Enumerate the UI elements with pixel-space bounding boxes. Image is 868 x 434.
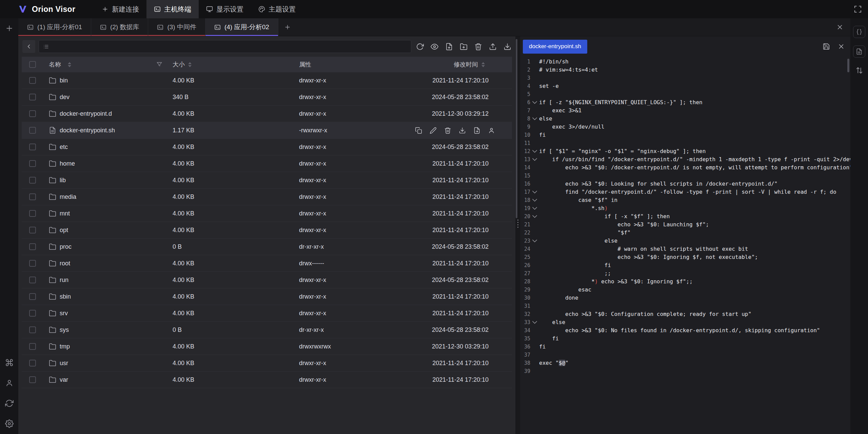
row-checkbox[interactable]: [29, 77, 36, 84]
row-checkbox[interactable]: [29, 376, 36, 383]
file-row-sbin[interactable]: sbin4.00 KBdrwxr-xr-x2021-11-24 17:20:10: [22, 288, 512, 305]
rail-settings-button[interactable]: [4, 418, 14, 429]
row-checkbox[interactable]: [29, 310, 36, 317]
file-row-root[interactable]: root4.00 KBdrwx------2021-11-24 17:20:10: [22, 255, 512, 272]
row-checkbox[interactable]: [29, 326, 36, 333]
fold-chevron-icon[interactable]: [530, 147, 539, 155]
refresh-button[interactable]: [416, 43, 424, 51]
row-checkbox[interactable]: [29, 210, 36, 217]
file-row-opt[interactable]: opt4.00 KBdrwxr-xr-x2021-11-24 17:20:10: [22, 222, 512, 239]
sort-mtime-icon[interactable]: [481, 62, 485, 67]
nav-item-host-terminal[interactable]: 主机终端: [146, 0, 199, 18]
rail-sync-button[interactable]: [4, 398, 14, 408]
file-row-var[interactable]: var4.00 KBdrwxr-xr-x2021-11-24 17:20:10: [22, 372, 512, 388]
file-row-home[interactable]: home4.00 KBdrwxr-xr-x2021-11-24 17:20:10: [22, 155, 512, 172]
rail-swap-panels-button[interactable]: [854, 65, 864, 75]
path-list-icon[interactable]: [43, 44, 49, 50]
panel-divider[interactable]: [515, 36, 520, 434]
file-row-docker-entrypoint.d[interactable]: docker-entrypoint.d4.00 KBdrwxr-xr-x2021…: [22, 106, 512, 122]
row-checkbox[interactable]: [29, 343, 36, 350]
file-row-docker-entrypoint.sh[interactable]: docker-entrypoint.sh1.17 KB-rwxrwxr-x: [22, 122, 512, 139]
toggle-hidden-button[interactable]: [431, 43, 438, 51]
fold-chevron-icon[interactable]: [530, 204, 539, 212]
row-checkbox[interactable]: [29, 277, 36, 283]
add-tab-button[interactable]: [278, 18, 297, 36]
editor-scrollbar[interactable]: [847, 59, 849, 72]
delete-button[interactable]: [474, 43, 482, 51]
file-row-media[interactable]: media4.00 KBdrwxr-xr-x2021-11-24 17:20:1…: [22, 189, 512, 205]
edit-icon[interactable]: [430, 127, 437, 134]
move-icon[interactable]: [473, 127, 480, 134]
row-checkbox[interactable]: [29, 110, 36, 117]
fullscreen-icon[interactable]: [854, 5, 862, 13]
sort-name-icon[interactable]: [68, 62, 71, 67]
fold-chevron-icon[interactable]: [530, 212, 539, 221]
nav-item-theme-settings[interactable]: 主题设置: [251, 0, 303, 18]
filter-icon[interactable]: [156, 61, 162, 68]
fold-chevron-icon[interactable]: [530, 318, 539, 326]
rail-add-session-button[interactable]: [4, 23, 14, 33]
back-button[interactable]: [22, 40, 35, 53]
file-row-mnt[interactable]: mnt4.00 KBdrwxr-xr-x2021-11-24 17:20:10: [22, 205, 512, 222]
row-checkbox[interactable]: [29, 260, 36, 267]
close-editor-icon[interactable]: [837, 43, 845, 50]
fold-chevron-icon[interactable]: [530, 237, 539, 245]
divider-grip[interactable]: [515, 220, 520, 228]
session-tab-4[interactable]: (4) 应用-分析02: [205, 18, 278, 36]
rail-json-config-button[interactable]: [853, 26, 865, 38]
fold-chevron-icon[interactable]: [530, 196, 539, 204]
row-checkbox[interactable]: [29, 160, 36, 167]
code-editor[interactable]: 1#!/bin/sh2# vim:sw=4:ts=4:et34set -e56i…: [520, 57, 850, 434]
row-checkbox[interactable]: [29, 177, 36, 184]
sort-size-icon[interactable]: [188, 62, 192, 67]
file-row-etc[interactable]: etc4.00 KBdrwxr-xr-x2024-05-28 23:58:02: [22, 139, 512, 155]
path-input[interactable]: [39, 40, 411, 53]
delete-icon[interactable]: [444, 127, 451, 134]
file-row-sys[interactable]: sys0 Bdr-xr-xr-x2024-05-28 23:58:02: [22, 322, 512, 338]
row-checkbox[interactable]: [29, 360, 36, 366]
download-icon[interactable]: [459, 127, 466, 134]
save-icon[interactable]: [823, 43, 830, 50]
editor-file-tab[interactable]: docker-entrypoint.sh: [523, 40, 587, 54]
row-checkbox[interactable]: [29, 144, 36, 150]
select-all-checkbox[interactable]: [29, 61, 36, 68]
session-tab-1[interactable]: (1) 应用-分析01: [18, 18, 91, 36]
row-checkbox[interactable]: [29, 127, 36, 134]
permission-icon[interactable]: [488, 127, 495, 134]
download-button[interactable]: [504, 43, 511, 51]
file-row-srv[interactable]: srv4.00 KBdrwxr-xr-x2021-11-24 17:20:10: [22, 305, 512, 322]
rail-user-button[interactable]: [4, 378, 14, 388]
new-file-button[interactable]: [445, 43, 453, 51]
row-checkbox[interactable]: [29, 193, 36, 200]
nav-item-display-settings[interactable]: 显示设置: [199, 0, 251, 18]
app-logo[interactable]: Orion Visor: [0, 4, 75, 14]
file-row-proc[interactable]: proc0 Bdr-xr-xr-x2024-05-28 23:58:02: [22, 239, 512, 255]
file-row-run[interactable]: run4.00 KBdrwxr-xr-x2024-05-28 23:58:02: [22, 272, 512, 288]
file-list-scrollbar[interactable]: [516, 39, 517, 218]
rail-file-manager-button[interactable]: [853, 45, 865, 58]
row-checkbox[interactable]: [29, 293, 36, 300]
nav-item-new-connection[interactable]: 新建连接: [94, 0, 146, 18]
row-checkbox[interactable]: [29, 243, 36, 250]
file-row-bin[interactable]: bin4.00 KBdrwxr-xr-x2021-11-24 17:20:10: [22, 72, 512, 89]
col-name-label[interactable]: 名称: [49, 60, 61, 69]
row-checkbox[interactable]: [29, 227, 36, 233]
fold-chevron-icon[interactable]: [530, 155, 539, 164]
col-mtime-label[interactable]: 修改时间: [454, 60, 478, 69]
session-tab-2[interactable]: (2) 数据库: [91, 18, 149, 36]
fold-chevron-icon[interactable]: [530, 98, 539, 107]
fold-chevron-icon[interactable]: [530, 115, 539, 123]
new-folder-button[interactable]: [460, 43, 468, 51]
copy-icon[interactable]: [415, 127, 422, 134]
session-tab-3[interactable]: (3) 中间件: [148, 18, 205, 36]
row-checkbox[interactable]: [29, 94, 36, 100]
file-row-tmp[interactable]: tmp4.00 KBdrwxrwxrwx2021-12-30 03:29:10: [22, 338, 512, 355]
file-row-dev[interactable]: dev340 Bdrwxr-xr-x2024-05-28 23:58:02: [22, 89, 512, 106]
col-size-label[interactable]: 大小: [173, 60, 185, 69]
file-row-lib[interactable]: lib4.00 KBdrwxr-xr-x2021-11-24 17:20:10: [22, 172, 512, 189]
rail-shortcut-keys-button[interactable]: [4, 357, 14, 367]
close-tabbar-button[interactable]: [836, 18, 844, 36]
file-row-usr[interactable]: usr4.00 KBdrwxr-xr-x2021-11-24 17:20:10: [22, 355, 512, 372]
upload-button[interactable]: [489, 43, 497, 51]
fold-chevron-icon[interactable]: [530, 188, 539, 196]
